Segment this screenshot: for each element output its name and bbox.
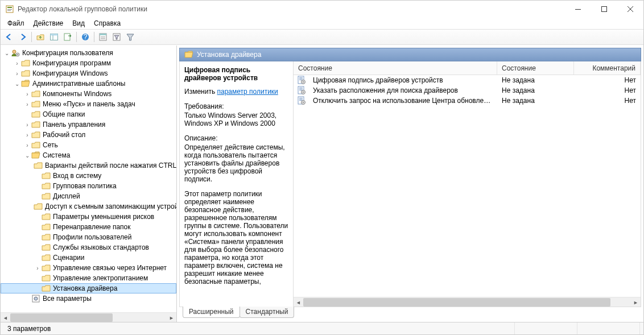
tree-pane: ⌄Конфигурация пользователя›Конфигурация … — [1, 46, 177, 322]
chevron-right-icon[interactable]: › — [23, 131, 31, 139]
tree-item[interactable]: Перенаправление папок — [1, 222, 176, 232]
chevron-down-icon[interactable]: ⌄ — [3, 49, 11, 57]
setting-name: Указать расположения для поиска драйверо… — [308, 86, 497, 94]
edit-label: Изменить — [184, 88, 217, 96]
tree-scroll[interactable]: ⌄Конфигурация пользователя›Конфигурация … — [1, 46, 176, 312]
tree-item[interactable]: Сценарии — [1, 253, 176, 263]
tree-item[interactable]: ⌄Система — [1, 150, 176, 160]
chevron-down-icon[interactable]: ⌄ — [23, 151, 31, 159]
tree-item[interactable]: Варианты действий после нажатия CTRL+ALT… — [1, 160, 176, 171]
scroll-right-icon[interactable]: ► — [167, 313, 176, 322]
column-header-state[interactable]: Состояние — [497, 61, 574, 75]
minimize-button[interactable] — [565, 1, 591, 18]
tree-item-label: Групповая политика — [53, 182, 117, 190]
chevron-right-icon[interactable]: › — [13, 59, 21, 67]
menu-help[interactable]: Справка — [89, 18, 125, 28]
forward-arrow-icon[interactable] — [16, 31, 29, 43]
folder-icon — [21, 69, 30, 78]
filter-options-icon[interactable] — [110, 31, 123, 43]
chevron-right-icon[interactable]: › — [23, 141, 31, 149]
tree-item[interactable]: Общие папки — [1, 109, 176, 119]
tree-item[interactable]: Профили пользователей — [1, 232, 176, 242]
tree-item[interactable]: ›Меню «Пуск» и панель задач — [1, 99, 176, 109]
chevron-right-icon[interactable]: › — [23, 100, 31, 108]
right-content: Установка драйвера Цифровая подпись драй… — [177, 46, 643, 322]
filter-icon[interactable] — [124, 31, 137, 43]
show-hide-tree-icon[interactable] — [48, 31, 60, 43]
tree-item[interactable]: Все параметры — [1, 293, 176, 304]
tree-item[interactable]: Управление электропитанием — [1, 273, 176, 283]
menu-view[interactable]: Вид — [68, 18, 89, 28]
app-window: Редактор локальной групповой политики Фа… — [0, 0, 644, 335]
scroll-left-icon[interactable]: ◄ — [294, 297, 303, 307]
toolbar-separator — [94, 32, 94, 42]
chevron-right-icon[interactable]: › — [34, 264, 42, 272]
chevron-right-icon[interactable]: › — [13, 69, 21, 77]
edit-policy-link[interactable]: параметр политики — [217, 88, 278, 96]
close-button[interactable] — [617, 1, 643, 18]
scrollbar-thumb[interactable] — [10, 313, 113, 322]
tree-item-label: Перенаправление папок — [53, 223, 131, 231]
list-rows[interactable]: Цифровая подпись драйверов устройствНе з… — [294, 75, 641, 297]
tree-item[interactable]: ›Компоненты Windows — [1, 89, 176, 99]
help-icon[interactable]: ? — [79, 31, 92, 43]
tree-item[interactable]: ⌄Административные шаблоны — [1, 78, 176, 89]
tree-horizontal-scrollbar[interactable]: ◄ ► — [1, 312, 176, 322]
tree-item-label: Компоненты Windows — [43, 90, 112, 98]
tree-item[interactable]: ›Панель управления — [1, 119, 176, 130]
folder-icon — [31, 110, 40, 119]
list-item[interactable]: Цифровая подпись драйверов устройствНе з… — [294, 75, 641, 85]
setting-comment: Нет — [574, 86, 641, 94]
svg-rect-3 — [7, 10, 11, 11]
tree-item-label: Профили пользователей — [53, 233, 131, 241]
scrollbar-thumb[interactable] — [303, 298, 610, 307]
tree-item[interactable]: Вход в систему — [1, 171, 176, 181]
tree-item[interactable]: Доступ к съемным запоминающим устройства… — [1, 201, 176, 212]
chevron-right-icon[interactable]: › — [23, 121, 31, 129]
policy-setting-icon — [297, 76, 306, 85]
properties-icon[interactable] — [97, 31, 109, 43]
tree-item-label: Меню «Пуск» и панель задач — [43, 100, 135, 108]
tree-item[interactable]: Дисплей — [1, 191, 176, 201]
folder-icon — [31, 100, 40, 109]
selected-setting-title: Цифровая подпись драйверов устройств — [184, 66, 288, 82]
tree-item[interactable]: ⌄Конфигурация пользователя — [1, 48, 176, 58]
tree-item-label: Сеть — [43, 141, 58, 149]
list-horizontal-scrollbar[interactable]: ◄ ► — [294, 297, 641, 307]
tree-item[interactable]: Установка драйвера — [1, 283, 176, 293]
menu-file[interactable]: Файл — [3, 18, 29, 28]
back-arrow-icon[interactable] — [3, 31, 15, 43]
tree-item-label: Панель управления — [43, 121, 105, 129]
svg-rect-15 — [100, 34, 106, 35]
tree-item-label: Управление связью через Интернет — [53, 264, 167, 272]
tree-item[interactable]: Службы языковых стандартов — [1, 242, 176, 253]
app-icon — [5, 5, 14, 14]
tree-item[interactable]: ›Сеть — [1, 140, 176, 150]
menu-action[interactable]: Действие — [29, 18, 68, 28]
scroll-left-icon[interactable]: ◄ — [1, 313, 10, 322]
tree-item[interactable]: ›Рабочий стол — [1, 130, 176, 140]
up-level-icon[interactable] — [34, 31, 47, 43]
export-list-icon[interactable] — [61, 31, 74, 43]
column-header-comment[interactable]: Комментарий — [574, 61, 641, 75]
setting-comment: Нет — [574, 97, 641, 105]
tree-item-label: Сценарии — [53, 254, 84, 262]
tree-item[interactable]: Групповая политика — [1, 181, 176, 191]
svg-point-41 — [303, 102, 304, 103]
tree-item[interactable]: ›Конфигурация программ — [1, 58, 176, 68]
svg-rect-2 — [7, 9, 12, 10]
user-config-icon — [11, 48, 20, 57]
scroll-right-icon[interactable]: ► — [631, 297, 641, 307]
tree-item[interactable]: ›Конфигурация Windows — [1, 68, 176, 78]
list-item[interactable]: Отключить запрос на использование Центра… — [294, 96, 641, 106]
tab-standard[interactable]: Стандартный — [240, 307, 295, 318]
tree-item[interactable]: Параметры уменьшения рисков — [1, 212, 176, 222]
column-header-name[interactable]: Состояние — [294, 61, 497, 75]
maximize-button[interactable] — [591, 1, 617, 18]
tree-item[interactable]: ›Управление связью через Интернет — [1, 263, 176, 273]
chevron-down-icon[interactable]: ⌄ — [13, 80, 21, 88]
list-item[interactable]: Указать расположения для поиска драйверо… — [294, 85, 641, 96]
right-pane: Установка драйвера Цифровая подпись драй… — [177, 46, 643, 322]
tab-extended[interactable]: Расширенный — [183, 307, 240, 318]
chevron-right-icon[interactable]: › — [23, 90, 31, 98]
